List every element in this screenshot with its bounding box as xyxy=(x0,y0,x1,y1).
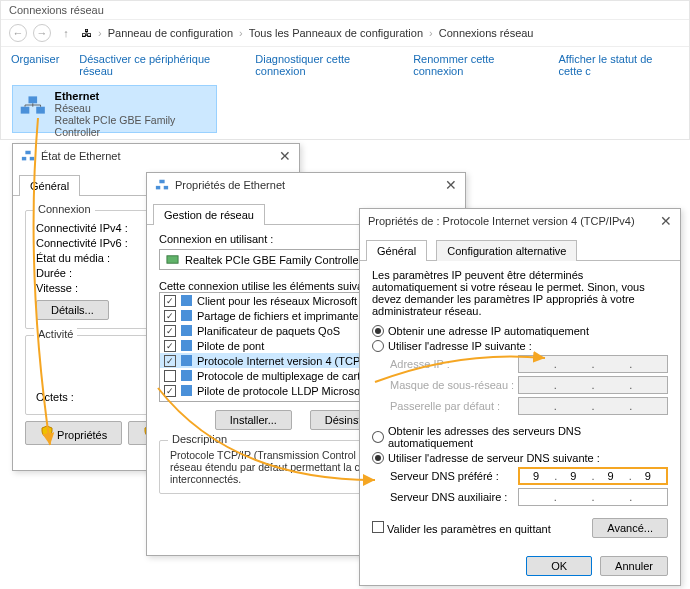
checkbox[interactable]: ✓ xyxy=(164,310,176,322)
protocol-label: Planificateur de paquets QoS xyxy=(197,325,340,337)
checkbox[interactable]: ✓ xyxy=(164,340,176,352)
nav-up-icon[interactable]: ↑ xyxy=(57,24,75,42)
checkbox[interactable]: ✓ xyxy=(164,295,176,307)
radio-label: Utiliser l'adresse de serveur DNS suivan… xyxy=(388,452,600,464)
tcpip-dialog: Propriétés de : Protocole Internet versi… xyxy=(359,208,681,586)
group-legend: Description xyxy=(168,433,231,445)
protocol-label: Pilote de protocole LLDP Microsoft xyxy=(197,385,366,397)
nic-icon xyxy=(166,253,179,266)
radio-ip-manual[interactable] xyxy=(372,340,384,352)
rename-button[interactable]: Renommer cette connexion xyxy=(413,53,538,77)
label-duration: Durée : xyxy=(36,267,72,279)
breadcrumb[interactable]: Connexions réseau xyxy=(439,27,534,39)
dialog-title: Propriétés de Ethernet xyxy=(175,179,285,191)
checkbox[interactable]: ✓ xyxy=(164,385,176,397)
component-icon xyxy=(180,354,193,367)
svg-rect-12 xyxy=(156,186,160,190)
svg-rect-15 xyxy=(167,256,178,263)
diagnose-button[interactable]: Diagnostiquer cette connexion xyxy=(255,53,393,77)
tab-general[interactable]: Général xyxy=(19,175,80,196)
validate-checkbox[interactable] xyxy=(372,521,384,533)
label-ipv4: Connectivité IPv4 : xyxy=(36,222,128,234)
svg-rect-19 xyxy=(181,340,192,351)
radio-label: Utiliser l'adresse IP suivante : xyxy=(388,340,532,352)
component-icon xyxy=(180,324,193,337)
svg-rect-18 xyxy=(181,325,192,336)
intro-text: Les paramètres IP peuvent être déterminé… xyxy=(372,269,668,317)
close-icon[interactable]: ✕ xyxy=(660,213,672,229)
svg-rect-0 xyxy=(21,107,30,114)
adapter-device: Realtek PCIe GBE Family Controller xyxy=(55,114,210,138)
device-name: Realtek PCIe GBE Family Controller xyxy=(185,254,362,266)
chevron-right-icon: › xyxy=(98,27,102,39)
properties-button[interactable]: Propriétés xyxy=(25,421,122,445)
radio-ip-auto[interactable] xyxy=(372,325,384,337)
dns-primary-field[interactable]: 9.9.9.9 xyxy=(518,467,668,485)
component-icon xyxy=(180,384,193,397)
svg-rect-21 xyxy=(181,370,192,381)
dialog-title: État de Ethernet xyxy=(41,150,121,162)
ip-address-field: ... xyxy=(518,355,668,373)
window-title-row: Connexions réseau xyxy=(1,1,689,19)
radio-label: Obtenir une adresse IP automatiquement xyxy=(388,325,589,337)
svg-rect-8 xyxy=(30,157,34,161)
organize-menu[interactable]: Organiser xyxy=(11,53,59,77)
radio-dns-manual[interactable] xyxy=(372,452,384,464)
adapter-network: Réseau xyxy=(55,102,210,114)
gateway-field: ... xyxy=(518,397,668,415)
close-icon[interactable]: ✕ xyxy=(445,177,457,193)
nav-back-icon[interactable]: ← xyxy=(9,24,27,42)
network-icon xyxy=(21,149,35,163)
window-title: Connexions réseau xyxy=(9,4,104,16)
ok-button[interactable]: OK xyxy=(526,556,592,576)
label-ipv6: Connectivité IPv6 : xyxy=(36,237,128,249)
dns-secondary-field[interactable]: ... xyxy=(518,488,668,506)
group-legend: Connexion xyxy=(34,203,95,215)
close-icon[interactable]: ✕ xyxy=(279,148,291,164)
cancel-button[interactable]: Annuler xyxy=(600,556,668,576)
group-legend: Activité xyxy=(34,328,77,340)
component-icon xyxy=(180,309,193,322)
label-media: État du média : xyxy=(36,252,110,264)
svg-rect-17 xyxy=(181,310,192,321)
checkbox-label: Valider les paramètres en quittant xyxy=(387,523,551,535)
chevron-right-icon: › xyxy=(239,27,243,39)
show-status-button[interactable]: Afficher le statut de cette c xyxy=(558,53,679,77)
checkbox[interactable]: ✓ xyxy=(164,325,176,337)
adapter-item[interactable]: Ethernet Réseau Realtek PCIe GBE Family … xyxy=(12,85,217,133)
breadcrumb[interactable]: Panneau de configuration xyxy=(108,27,233,39)
adapter-name: Ethernet xyxy=(55,90,210,102)
component-icon xyxy=(180,369,193,382)
svg-rect-9 xyxy=(25,151,30,155)
advanced-button[interactable]: Avancé... xyxy=(592,518,668,538)
tab-general[interactable]: Général xyxy=(366,240,427,261)
checkbox[interactable] xyxy=(164,370,176,382)
radio-dns-auto[interactable] xyxy=(372,431,384,443)
disable-device-button[interactable]: Désactiver ce périphérique réseau xyxy=(79,53,235,77)
tabstrip: Général Configuration alternative xyxy=(360,233,680,261)
folder-icon: 🖧 xyxy=(81,27,92,39)
details-button[interactable]: Détails... xyxy=(36,300,109,320)
tab-alternate[interactable]: Configuration alternative xyxy=(436,240,577,261)
network-adapter-icon xyxy=(19,90,47,120)
titlebar: Propriétés de Ethernet ✕ xyxy=(147,173,465,197)
svg-rect-2 xyxy=(28,96,37,103)
tab-network[interactable]: Gestion de réseau xyxy=(153,204,265,225)
install-button[interactable]: Installer... xyxy=(215,410,292,430)
component-icon xyxy=(180,339,193,352)
network-icon xyxy=(155,178,169,192)
titlebar: Propriétés de : Protocole Internet versi… xyxy=(360,209,680,233)
svg-rect-13 xyxy=(164,186,168,190)
adapter-text: Ethernet Réseau Realtek PCIe GBE Family … xyxy=(55,90,210,128)
protocol-label: Client pour les réseaux Microsoft xyxy=(197,295,357,307)
breadcrumb[interactable]: Tous les Panneaux de configuration xyxy=(249,27,423,39)
checkbox[interactable]: ✓ xyxy=(164,355,176,367)
label-dns-secondary: Serveur DNS auxiliaire : xyxy=(390,491,507,503)
nav-forward-icon[interactable]: → xyxy=(33,24,51,42)
dialog-title: Propriétés de : Protocole Internet versi… xyxy=(368,215,635,227)
svg-rect-14 xyxy=(159,180,164,184)
label-mask: Masque de sous-réseau : xyxy=(390,379,514,391)
label-gateway: Passerelle par défaut : xyxy=(390,400,500,412)
radio-label: Obtenir les adresses des serveurs DNS au… xyxy=(388,425,668,449)
svg-rect-1 xyxy=(36,107,45,114)
